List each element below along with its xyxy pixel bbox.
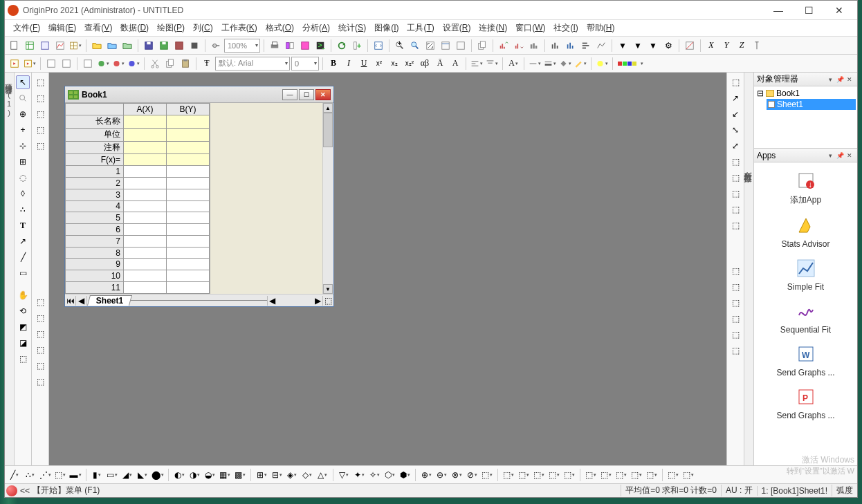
superscript-icon[interactable]: x² <box>372 57 386 71</box>
scroll-down-button[interactable]: ▼ <box>323 284 333 294</box>
increase-icon[interactable] <box>497 39 511 53</box>
row-label[interactable]: 注释 <box>66 141 124 154</box>
status-au[interactable]: AU : 开 <box>721 485 757 496</box>
panel-close-button[interactable]: ✕ <box>845 76 854 83</box>
cell[interactable] <box>124 212 167 224</box>
cell[interactable] <box>167 270 210 282</box>
r15-icon[interactable]: ⬚ <box>728 328 742 342</box>
app-item[interactable]: Stats Advisor <box>757 210 854 253</box>
open-excel-icon[interactable] <box>120 39 134 53</box>
r5-icon[interactable]: ⤢ <box>728 139 742 153</box>
theme2-icon[interactable]: ▾ <box>96 57 110 71</box>
cell[interactable] <box>167 259 210 270</box>
plot-type-button[interactable]: ◣▾ <box>136 468 149 482</box>
save-icon[interactable] <box>142 39 156 53</box>
g10-icon[interactable]: ⬚ <box>33 359 47 373</box>
tree-book-item[interactable]: ⊟ Book1 <box>755 88 856 99</box>
r6-icon[interactable]: ⬚ <box>728 155 742 169</box>
workbook-minimize-button[interactable]: — <box>282 89 297 100</box>
pan-icon[interactable]: ✋ <box>16 288 30 302</box>
plot-type-button[interactable]: ◐▾ <box>172 468 186 482</box>
plot-type-button[interactable]: ⬚▾ <box>532 468 546 482</box>
import2-icon[interactable]: ▾ <box>23 57 37 71</box>
plot-type-button[interactable]: ▩▾ <box>233 468 247 482</box>
line-icon[interactable]: ╱ <box>16 250 30 264</box>
r4-icon[interactable]: ⤡ <box>728 123 742 137</box>
transparent-color-icon[interactable] <box>683 39 697 53</box>
insert-graph-icon[interactable]: ◩ <box>16 320 30 334</box>
print-icon[interactable] <box>268 39 282 53</box>
hbar-chart-icon[interactable] <box>579 39 593 53</box>
plot-type-button[interactable]: ⬡▾ <box>383 468 396 482</box>
tab-first-button[interactable]: ⏮ <box>65 296 76 306</box>
new-matrix-icon[interactable]: ▾ <box>68 39 82 53</box>
save-template-icon[interactable] <box>157 39 171 53</box>
plot-type-button[interactable]: ⬚▾ <box>599 468 613 482</box>
row-number[interactable]: 7 <box>66 235 124 247</box>
theme-icon[interactable] <box>81 57 95 71</box>
g6-icon[interactable]: ⬚ <box>33 295 47 309</box>
explorer-icon[interactable] <box>283 39 297 53</box>
wizard-icon[interactable] <box>59 57 73 71</box>
r14-icon[interactable]: ⬚ <box>728 312 742 326</box>
gadget3-icon[interactable]: ▼ <box>646 39 660 53</box>
plot-type-button[interactable]: ◇▾ <box>300 468 314 482</box>
g5-icon[interactable]: ⬚ <box>33 139 47 153</box>
rescale-tool-icon[interactable]: ⬚ <box>16 352 30 366</box>
ascii-import-icon[interactable] <box>44 57 58 71</box>
insert-obj-icon[interactable]: ◪ <box>16 336 30 350</box>
text-icon[interactable]: T <box>16 218 30 232</box>
valign-icon[interactable]: ▾ <box>485 57 499 71</box>
cell[interactable] <box>167 200 210 212</box>
menu-帮助h[interactable]: 帮助(H) <box>583 21 619 35</box>
workbook-titlebar[interactable]: Book1 — ☐ ✕ <box>65 86 333 103</box>
palette-strip-icon[interactable]: ▾ <box>616 57 644 71</box>
cell[interactable] <box>167 282 210 294</box>
horizontal-scrollbar[interactable]: ◀▶ <box>267 296 322 306</box>
subscript-icon[interactable]: x₂ <box>387 57 401 71</box>
menu-格式o[interactable]: 格式(O) <box>262 21 298 35</box>
row-number[interactable]: 10 <box>66 270 124 282</box>
cell[interactable] <box>124 200 167 212</box>
plot-type-button[interactable]: ✦▾ <box>352 468 366 482</box>
arrow-icon[interactable]: ↗ <box>16 234 30 248</box>
plot-type-button[interactable]: △▾ <box>315 468 329 482</box>
supersub-icon[interactable]: x₂² <box>403 57 416 71</box>
cell[interactable] <box>167 166 210 178</box>
menu-图像i[interactable]: 图像(I) <box>370 21 403 35</box>
right-dock-tabs[interactable]: 所有 推荐器 <box>744 73 753 465</box>
row-number[interactable]: 9 <box>66 259 124 270</box>
cell[interactable] <box>167 235 210 247</box>
row-label[interactable]: F(x)= <box>66 154 124 166</box>
cell[interactable] <box>167 189 210 200</box>
data-selector-icon[interactable]: ⊹ <box>16 139 30 153</box>
axis-t-icon[interactable] <box>750 39 764 53</box>
plot-type-button[interactable]: ⬚▾ <box>480 468 494 482</box>
g1-icon[interactable]: ⬚ <box>33 75 47 89</box>
script-window-icon[interactable]: >_ <box>313 39 327 53</box>
cell[interactable] <box>124 270 167 282</box>
plot-type-button[interactable]: ⬚▾ <box>517 468 531 482</box>
plot-type-button[interactable]: ◈▾ <box>285 468 299 482</box>
text-tool-icon[interactable]: Ŧ <box>200 57 214 71</box>
row-number[interactable]: 8 <box>66 247 124 259</box>
scale-in-icon[interactable] <box>16 91 30 105</box>
panel-pin-button[interactable]: 📌 <box>835 76 845 83</box>
row-number[interactable]: 4 <box>66 200 124 212</box>
bar-chart-icon[interactable] <box>549 39 562 53</box>
menu-窗口w[interactable]: 窗口(W) <box>511 21 549 35</box>
tree-sheet-item[interactable]: Sheet1 <box>767 99 856 110</box>
menu-设置r[interactable]: 设置(R) <box>439 21 475 35</box>
data-reader-icon[interactable]: ⊕ <box>16 107 30 121</box>
plot-type-button[interactable]: ⬚▾ <box>645 468 659 482</box>
fill-color-icon[interactable]: ▾ <box>558 57 572 71</box>
menu-文件f[interactable]: 文件(F) <box>9 21 44 35</box>
plot-type-button[interactable]: ⬚▾ <box>502 468 515 482</box>
recalc-icon[interactable] <box>335 39 349 53</box>
menu-数据d[interactable]: 数据(D) <box>116 21 153 35</box>
plot-type-button[interactable]: ∴▾ <box>23 468 37 482</box>
plot-type-button[interactable]: ╱▾ <box>8 468 21 482</box>
settings-icon[interactable]: ⚙ <box>661 39 675 53</box>
menu-社交i[interactable]: 社交(I) <box>549 21 582 35</box>
r7-icon[interactable]: ⬚ <box>728 171 742 185</box>
